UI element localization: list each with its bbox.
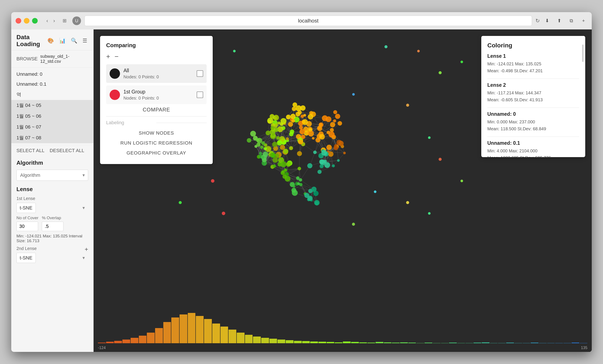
histogram-bar xyxy=(335,342,342,343)
svg-point-1123 xyxy=(266,131,270,135)
svg-point-1165 xyxy=(338,121,342,126)
data-item[interactable]: Unnamed: 0 xyxy=(11,69,93,79)
overlap-input[interactable] xyxy=(42,222,63,231)
coloring-panel: Coloring Lense 1 Min: -124.021 Max: 135.… xyxy=(481,36,585,157)
group-1st-item: 1st Group Nodes: 0 Points: 0 xyxy=(106,86,207,104)
histogram-bar xyxy=(114,341,122,343)
show-nodes-button[interactable]: SHOW NODES xyxy=(106,128,207,138)
svg-point-1009 xyxy=(277,140,282,145)
plus-icon[interactable]: + xyxy=(580,17,587,25)
svg-point-1171 xyxy=(329,131,335,137)
svg-point-1138 xyxy=(260,145,264,149)
select-all-button[interactable]: SELECT ALL xyxy=(16,148,44,154)
add-group-button[interactable]: + xyxy=(106,53,110,60)
svg-point-1130 xyxy=(276,136,280,140)
svg-point-1048 xyxy=(312,137,314,140)
data-item[interactable]: 1월 07 ~ 08 xyxy=(11,132,93,143)
labeling-placeholder: Labeling xyxy=(106,120,156,125)
histogram-bar xyxy=(367,342,375,343)
svg-point-1168 xyxy=(319,123,322,127)
histogram-bar xyxy=(572,342,580,343)
close-button[interactable] xyxy=(16,18,21,23)
minimize-button[interactable] xyxy=(24,18,29,23)
lense1-info: Lense 1 Min: -124.021 Max: 135.025 Mean:… xyxy=(487,53,579,74)
group-all-checkbox[interactable] xyxy=(197,70,203,77)
histogram-bar xyxy=(523,343,531,343)
data-item[interactable]: 1월 04 ~ 05 xyxy=(11,100,93,111)
select-buttons: SELECT ALL DESELECT ALL xyxy=(11,145,93,156)
histogram-bar xyxy=(180,314,187,343)
svg-point-1162 xyxy=(332,164,335,167)
svg-point-1046 xyxy=(272,157,278,163)
forward-button[interactable]: › xyxy=(52,17,57,25)
lense1-info-title: Lense 1 xyxy=(487,53,579,59)
data-item[interactable]: Unnamed: 0.1 xyxy=(11,79,93,89)
algorithm-dropdown[interactable]: Algorithm xyxy=(16,170,88,181)
svg-point-1053 xyxy=(319,134,325,140)
compare-button[interactable]: COMPARE xyxy=(143,107,170,113)
histogram-bar xyxy=(531,342,538,343)
lense2-dropdown[interactable]: t-SNE xyxy=(16,253,36,263)
chart-icon-btn[interactable]: 📊 xyxy=(58,37,67,44)
histogram-bar xyxy=(139,336,147,343)
remove-group-button[interactable]: − xyxy=(115,53,119,60)
geographic-button[interactable]: GEOGRAPHIC OVERLAY xyxy=(106,148,207,158)
histogram-bar xyxy=(351,342,359,343)
data-item[interactable]: 1월 06 ~ 07 xyxy=(11,122,93,132)
search-icon-btn[interactable]: 🔍 xyxy=(70,37,78,44)
lense2-add-button[interactable]: + xyxy=(85,246,88,253)
deselect-all-button[interactable]: DESELECT ALL xyxy=(50,148,84,154)
svg-point-1088 xyxy=(297,182,300,185)
histogram-bar xyxy=(122,340,130,343)
histogram-bar xyxy=(408,342,416,343)
palette-icon-btn[interactable]: 🎨 xyxy=(46,37,55,44)
histogram-bar xyxy=(294,341,302,343)
browse-button[interactable]: BROWSE xyxy=(16,56,38,62)
lense1-dropdown[interactable]: t-SNE xyxy=(16,203,36,213)
histogram-bar xyxy=(449,342,457,343)
group-1st-info: 1st Group Nodes: 0 Points: 0 xyxy=(123,89,193,101)
algorithm-dropdown-wrapper: Algorithm ▼ xyxy=(16,170,88,181)
svg-point-1052 xyxy=(316,138,321,143)
unnamed0-info-stats: Min: 0.000 Max: 237.000 Mean: 118.500 St… xyxy=(487,118,579,132)
svg-point-1178 xyxy=(439,71,442,74)
svg-point-1175 xyxy=(233,50,236,52)
back-button[interactable]: ‹ xyxy=(45,17,50,25)
histogram-bar xyxy=(441,343,449,343)
maximize-button[interactable] xyxy=(32,18,38,23)
svg-point-1184 xyxy=(439,158,442,161)
svg-point-1057 xyxy=(308,131,314,136)
histogram-bar xyxy=(212,323,220,343)
menu-icon-btn[interactable]: ☰ xyxy=(82,37,88,44)
svg-point-1110 xyxy=(293,102,297,107)
divider xyxy=(106,116,207,116)
histogram-bar xyxy=(457,343,465,343)
group-1st-checkbox[interactable] xyxy=(197,91,203,98)
histogram-bars xyxy=(98,313,587,343)
svg-point-1148 xyxy=(259,152,262,155)
run-logistic-button[interactable]: RUN LOGISTIC REGRESSION xyxy=(106,138,207,148)
cover-input[interactable] xyxy=(16,222,38,231)
svg-point-1079 xyxy=(282,175,287,179)
lense1-stats1: Min: -124.021 Max: 135.025 xyxy=(487,60,579,67)
histogram-bar xyxy=(286,340,293,343)
svg-point-1101 xyxy=(292,107,296,111)
data-item[interactable]: 역 xyxy=(11,89,93,100)
url-bar[interactable]: localhost xyxy=(84,16,532,26)
share-icon[interactable]: ⬆ xyxy=(555,17,563,25)
sidebar-toggle-button[interactable]: ⊞ xyxy=(60,16,69,25)
lense1-row: t-SNE ▼ xyxy=(16,203,88,213)
coloring-title: Coloring xyxy=(487,42,579,49)
data-item[interactable]: 1월 05 ~ 06 xyxy=(11,111,93,122)
group-1st-row: 1st Group Nodes: 0 Points: 0 xyxy=(110,89,203,101)
scrollbar-indicator[interactable] xyxy=(582,44,583,62)
histogram-bar xyxy=(547,343,555,343)
copy-icon[interactable]: ⧉ xyxy=(568,17,575,25)
compare-add-remove: + − xyxy=(106,53,207,60)
unnamed01-info-stats: Min: 4.000 Max: 2104.000 Mean: 1082.685 … xyxy=(487,147,579,157)
lense2-dropdown-wrapper: t-SNE ▼ xyxy=(16,253,88,263)
comparing-panel: Comparing + − All Nodes: 0 Points: 0 xyxy=(100,36,213,164)
refresh-button[interactable]: ↻ xyxy=(535,18,540,24)
download-icon[interactable]: ⬇ xyxy=(543,17,551,25)
lense2-row: t-SNE ▼ xyxy=(16,253,88,263)
